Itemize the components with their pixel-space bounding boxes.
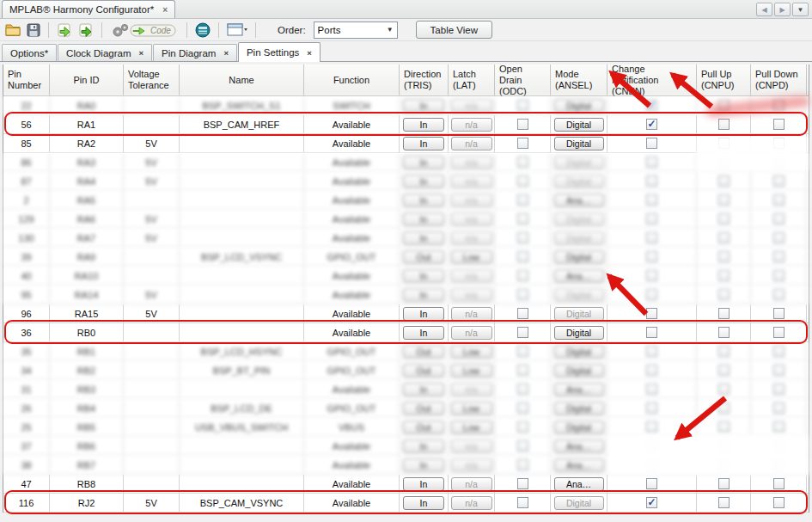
mode-button[interactable]: Ana… [554, 269, 604, 283]
column-header-name[interactable]: Name [180, 64, 304, 95]
open-drain-checkbox[interactable] [517, 270, 528, 281]
mode-button[interactable]: Digital [554, 175, 604, 188]
pull-up-checkbox[interactable] [718, 384, 730, 395]
latch-button[interactable]: n/a [451, 269, 492, 283]
direction-button[interactable]: In [403, 137, 444, 150]
change-notification-checkbox[interactable] [646, 478, 657, 489]
direction-button[interactable]: Out [403, 402, 444, 415]
order-select[interactable]: Ports ▼ [314, 21, 398, 39]
mode-button[interactable]: Digital [554, 307, 604, 321]
latch-button[interactable]: n/a [451, 193, 492, 207]
mode-button[interactable]: Ana… [554, 477, 604, 491]
direction-button[interactable]: In [403, 477, 444, 491]
pull-down-checkbox[interactable] [773, 232, 785, 243]
latch-button[interactable]: n/a [451, 156, 492, 169]
change-notification-checkbox[interactable] [646, 194, 657, 206]
open-drain-checkbox[interactable] [517, 365, 528, 376]
change-notification-checkbox[interactable] [646, 100, 657, 111]
change-notification-checkbox[interactable] [646, 365, 657, 376]
pull-down-checkbox[interactable] [773, 365, 785, 376]
scroll-tabs-right-button[interactable]: ▶ [774, 3, 791, 16]
tab-clock-diagram[interactable]: Clock Diagram× [58, 44, 152, 61]
change-notification-checkbox[interactable] [646, 346, 657, 357]
pull-down-checkbox[interactable] [773, 289, 785, 300]
pull-down-checkbox[interactable] [773, 384, 785, 395]
direction-button[interactable]: In [403, 458, 444, 472]
tab-pin-diagram[interactable]: Pin Diagram× [153, 44, 237, 61]
column-header-direction[interactable]: Direction(TRIS) [400, 64, 449, 95]
latch-button[interactable]: Low [451, 250, 492, 264]
pull-down-checkbox[interactable] [773, 421, 785, 433]
tab-options[interactable]: Options* [2, 44, 57, 61]
mode-button[interactable]: Ana… [554, 439, 604, 453]
mode-button[interactable]: Digital [554, 364, 604, 378]
close-icon[interactable]: × [162, 5, 168, 15]
pull-down-checkbox[interactable] [773, 194, 785, 206]
pull-up-checkbox[interactable] [718, 232, 730, 243]
change-notification-checkbox[interactable] [646, 384, 657, 395]
open-folder-icon[interactable] [3, 21, 22, 39]
latch-button[interactable]: n/a [451, 307, 492, 321]
pull-up-checkbox[interactable] [718, 365, 730, 376]
mode-button[interactable]: Ana… [554, 458, 604, 472]
open-drain-checkbox[interactable] [517, 251, 528, 262]
pull-up-checkbox[interactable] [718, 478, 730, 489]
direction-button[interactable]: Out [403, 250, 444, 264]
open-drain-checkbox[interactable] [517, 421, 528, 433]
mode-button[interactable]: Digital [554, 288, 604, 302]
mode-button[interactable]: Digital [554, 231, 604, 245]
mode-button[interactable]: Digital [554, 137, 604, 150]
pull-down-checkbox[interactable] [773, 175, 785, 187]
latch-button[interactable]: n/a [451, 383, 492, 396]
mode-button[interactable]: Digital [554, 212, 604, 226]
change-notification-checkbox[interactable] [646, 213, 657, 224]
open-drain-checkbox[interactable] [517, 175, 528, 187]
open-drain-checkbox[interactable] [517, 138, 528, 149]
tab-pin-settings[interactable]: Pin Settings× [238, 42, 321, 62]
tab-close-icon[interactable]: × [223, 48, 229, 58]
tab-close-icon[interactable]: × [139, 48, 144, 58]
open-drain-checkbox[interactable] [517, 459, 528, 470]
direction-button[interactable]: In [403, 212, 444, 226]
latch-button[interactable]: Low [451, 402, 492, 415]
column-header-voltage[interactable]: VoltageTolerance [124, 64, 180, 95]
latch-button[interactable]: n/a [451, 477, 492, 491]
direction-button[interactable]: In [403, 99, 444, 113]
latch-button[interactable]: n/a [451, 212, 492, 226]
column-header-open-drain[interactable]: Open Drain(ODC) [495, 64, 551, 95]
mode-button[interactable]: Ana… [554, 193, 604, 207]
direction-button[interactable]: In [403, 231, 444, 245]
direction-button[interactable]: Out [403, 345, 444, 359]
pull-up-checkbox[interactable] [718, 194, 730, 206]
pull-up-checkbox[interactable] [718, 289, 730, 300]
latch-button[interactable]: Low [451, 345, 492, 359]
pull-up-checkbox[interactable] [718, 270, 730, 281]
column-header-change-notification[interactable]: Change Notification(CNEN) [607, 64, 697, 95]
generate-page-arrow-dark-icon[interactable] [76, 21, 95, 39]
change-notification-checkbox[interactable] [646, 270, 657, 281]
latch-button[interactable]: n/a [451, 231, 492, 245]
column-header-latch[interactable]: Latch(LAT) [449, 64, 495, 95]
change-notification-checkbox[interactable] [646, 232, 657, 243]
direction-button[interactable]: In [403, 193, 444, 207]
direction-button[interactable]: In [403, 156, 444, 169]
pull-up-checkbox[interactable] [718, 402, 730, 414]
column-header-function[interactable]: Function [304, 64, 400, 95]
latch-button[interactable]: n/a [451, 175, 492, 188]
latch-button[interactable]: Low [451, 364, 492, 378]
latch-button[interactable]: n/a [451, 99, 492, 113]
mode-button[interactable]: Digital [554, 99, 604, 113]
open-drain-checkbox[interactable] [517, 384, 528, 395]
open-drain-checkbox[interactable] [517, 440, 528, 451]
latch-button[interactable]: n/a [451, 137, 492, 150]
pull-down-checkbox[interactable] [773, 346, 785, 357]
latch-button[interactable]: Low [451, 421, 492, 434]
direction-button[interactable]: In [403, 383, 444, 396]
change-notification-checkbox[interactable] [646, 251, 657, 262]
pull-down-checkbox[interactable] [773, 213, 785, 224]
direction-button[interactable]: In [403, 307, 444, 321]
open-drain-checkbox[interactable] [517, 213, 528, 224]
pull-up-checkbox[interactable] [718, 213, 730, 224]
mode-button[interactable]: Digital [554, 402, 604, 415]
direction-button[interactable]: In [403, 439, 444, 453]
